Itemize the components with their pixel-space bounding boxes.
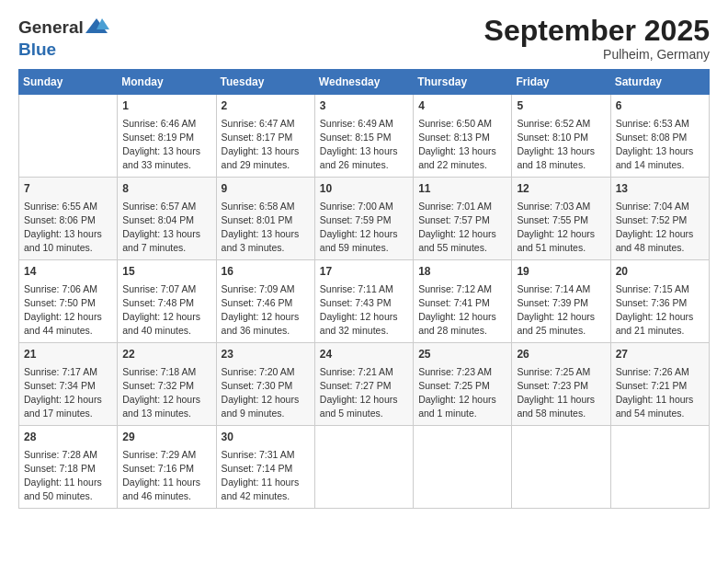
day-info: Sunrise: 7:26 AMSunset: 7:21 PMDaylight:…	[616, 365, 704, 421]
calendar-cell: 12Sunrise: 7:03 AMSunset: 7:55 PMDayligh…	[512, 178, 610, 260]
header-friday: Friday	[512, 70, 610, 95]
calendar-cell: 19Sunrise: 7:14 AMSunset: 7:39 PMDayligh…	[512, 260, 610, 343]
calendar-cell: 17Sunrise: 7:11 AMSunset: 7:43 PMDayligh…	[314, 260, 413, 343]
day-number: 24	[320, 347, 408, 362]
calendar-cell: 13Sunrise: 7:04 AMSunset: 7:52 PMDayligh…	[610, 178, 709, 260]
day-number: 9	[222, 181, 310, 197]
day-info: Sunrise: 6:49 AMSunset: 8:15 PMDaylight:…	[320, 117, 408, 173]
calendar-cell: 15Sunrise: 7:07 AMSunset: 7:48 PMDayligh…	[118, 260, 216, 343]
calendar-cell: 26Sunrise: 7:25 AMSunset: 7:23 PMDayligh…	[512, 343, 610, 426]
day-info: Sunrise: 7:21 AMSunset: 7:27 PMDaylight:…	[320, 365, 408, 421]
day-info: Sunrise: 7:09 AMSunset: 7:46 PMDaylight:…	[222, 282, 310, 339]
day-info: Sunrise: 7:12 AMSunset: 7:41 PMDaylight:…	[418, 282, 506, 339]
day-number: 22	[122, 347, 210, 362]
day-number: 21	[24, 347, 112, 362]
calendar-week-4: 21Sunrise: 7:17 AMSunset: 7:34 PMDayligh…	[19, 343, 710, 426]
calendar-cell: 10Sunrise: 7:00 AMSunset: 7:59 PMDayligh…	[314, 178, 413, 260]
calendar-cell	[414, 426, 512, 509]
calendar-week-2: 7Sunrise: 6:55 AMSunset: 8:06 PMDaylight…	[19, 178, 710, 260]
header-tuesday: Tuesday	[216, 70, 314, 95]
day-number: 13	[616, 181, 704, 197]
calendar-cell: 5Sunrise: 6:52 AMSunset: 8:10 PMDaylight…	[512, 95, 610, 178]
day-info: Sunrise: 6:52 AMSunset: 8:10 PMDaylight:…	[517, 117, 605, 173]
calendar-cell: 6Sunrise: 6:53 AMSunset: 8:08 PMDaylight…	[610, 95, 709, 178]
day-number: 20	[616, 264, 704, 280]
calendar-cell: 22Sunrise: 7:18 AMSunset: 7:32 PMDayligh…	[118, 343, 216, 426]
day-info: Sunrise: 7:07 AMSunset: 7:48 PMDaylight:…	[122, 282, 210, 339]
day-number: 17	[320, 264, 408, 280]
day-info: Sunrise: 7:31 AMSunset: 7:14 PMDaylight:…	[222, 448, 310, 504]
day-number: 4	[418, 98, 506, 114]
calendar-cell: 11Sunrise: 7:01 AMSunset: 7:57 PMDayligh…	[414, 178, 512, 260]
day-number: 27	[616, 347, 704, 362]
day-number: 16	[222, 264, 310, 280]
calendar-cell: 2Sunrise: 6:47 AMSunset: 8:17 PMDaylight…	[216, 95, 314, 178]
day-number: 12	[517, 181, 605, 197]
logo-general-text: General	[18, 18, 84, 38]
calendar-cell: 18Sunrise: 7:12 AMSunset: 7:41 PMDayligh…	[414, 260, 512, 343]
day-info: Sunrise: 7:25 AMSunset: 7:23 PMDaylight:…	[517, 365, 605, 421]
logo-blue-text: Blue	[18, 40, 56, 59]
day-info: Sunrise: 7:06 AMSunset: 7:50 PMDaylight:…	[24, 282, 112, 339]
day-number: 1	[122, 98, 210, 114]
calendar-cell: 25Sunrise: 7:23 AMSunset: 7:25 PMDayligh…	[414, 343, 512, 426]
day-info: Sunrise: 6:57 AMSunset: 8:04 PMDaylight:…	[122, 200, 210, 256]
header-wednesday: Wednesday	[314, 70, 413, 95]
day-info: Sunrise: 6:53 AMSunset: 8:08 PMDaylight:…	[616, 117, 704, 173]
month-title: September 2025	[484, 15, 710, 47]
calendar-cell: 30Sunrise: 7:31 AMSunset: 7:14 PMDayligh…	[216, 426, 314, 509]
calendar-cell	[610, 426, 709, 509]
calendar-cell: 8Sunrise: 6:57 AMSunset: 8:04 PMDaylight…	[118, 178, 216, 260]
day-info: Sunrise: 7:20 AMSunset: 7:30 PMDaylight:…	[222, 365, 310, 421]
calendar-cell	[19, 95, 118, 178]
calendar-cell: 3Sunrise: 6:49 AMSunset: 8:15 PMDaylight…	[314, 95, 413, 178]
day-info: Sunrise: 7:17 AMSunset: 7:34 PMDaylight:…	[24, 365, 112, 421]
logo: General Blue	[18, 15, 109, 60]
location-subtitle: Pulheim, Germany	[484, 47, 710, 62]
header-sunday: Sunday	[19, 70, 118, 95]
day-number: 28	[24, 430, 112, 445]
calendar-cell: 24Sunrise: 7:21 AMSunset: 7:27 PMDayligh…	[314, 343, 413, 426]
day-number: 10	[320, 181, 408, 197]
logo-icon	[84, 15, 109, 40]
calendar-week-1: 1Sunrise: 6:46 AMSunset: 8:19 PMDaylight…	[19, 95, 710, 178]
day-number: 25	[418, 347, 506, 362]
calendar-header-row: SundayMondayTuesdayWednesdayThursdayFrid…	[19, 70, 710, 95]
page-header: General Blue September 2025 Pulheim, Ger…	[18, 15, 710, 62]
calendar-week-5: 28Sunrise: 7:28 AMSunset: 7:18 PMDayligh…	[19, 426, 710, 509]
day-number: 2	[222, 98, 310, 114]
calendar-cell: 23Sunrise: 7:20 AMSunset: 7:30 PMDayligh…	[216, 343, 314, 426]
day-number: 3	[320, 98, 408, 114]
header-monday: Monday	[118, 70, 216, 95]
day-info: Sunrise: 6:55 AMSunset: 8:06 PMDaylight:…	[24, 200, 112, 256]
calendar-cell	[512, 426, 610, 509]
day-number: 19	[517, 264, 605, 280]
day-info: Sunrise: 7:04 AMSunset: 7:52 PMDaylight:…	[616, 200, 704, 256]
calendar-cell: 4Sunrise: 6:50 AMSunset: 8:13 PMDaylight…	[414, 95, 512, 178]
day-info: Sunrise: 7:15 AMSunset: 7:36 PMDaylight:…	[616, 282, 704, 339]
day-number: 26	[517, 347, 605, 362]
day-info: Sunrise: 6:50 AMSunset: 8:13 PMDaylight:…	[418, 117, 506, 173]
day-info: Sunrise: 7:03 AMSunset: 7:55 PMDaylight:…	[517, 200, 605, 256]
calendar-cell: 1Sunrise: 6:46 AMSunset: 8:19 PMDaylight…	[118, 95, 216, 178]
day-info: Sunrise: 7:28 AMSunset: 7:18 PMDaylight:…	[24, 448, 112, 504]
day-number: 29	[122, 430, 210, 445]
day-number: 5	[517, 98, 605, 114]
day-number: 7	[24, 181, 112, 197]
header-saturday: Saturday	[610, 70, 709, 95]
calendar-cell: 7Sunrise: 6:55 AMSunset: 8:06 PMDaylight…	[19, 178, 118, 260]
day-number: 8	[122, 181, 210, 197]
day-info: Sunrise: 6:46 AMSunset: 8:19 PMDaylight:…	[122, 117, 210, 173]
header-thursday: Thursday	[414, 70, 512, 95]
day-number: 15	[122, 264, 210, 280]
day-info: Sunrise: 7:11 AMSunset: 7:43 PMDaylight:…	[320, 282, 408, 339]
day-info: Sunrise: 7:23 AMSunset: 7:25 PMDaylight:…	[418, 365, 506, 421]
day-info: Sunrise: 7:18 AMSunset: 7:32 PMDaylight:…	[122, 365, 210, 421]
calendar-cell: 21Sunrise: 7:17 AMSunset: 7:34 PMDayligh…	[19, 343, 118, 426]
day-info: Sunrise: 6:58 AMSunset: 8:01 PMDaylight:…	[222, 200, 310, 256]
calendar-cell: 20Sunrise: 7:15 AMSunset: 7:36 PMDayligh…	[610, 260, 709, 343]
day-number: 14	[24, 264, 112, 280]
day-number: 18	[418, 264, 506, 280]
day-info: Sunrise: 7:29 AMSunset: 7:16 PMDaylight:…	[122, 448, 210, 504]
day-info: Sunrise: 7:01 AMSunset: 7:57 PMDaylight:…	[418, 200, 506, 256]
